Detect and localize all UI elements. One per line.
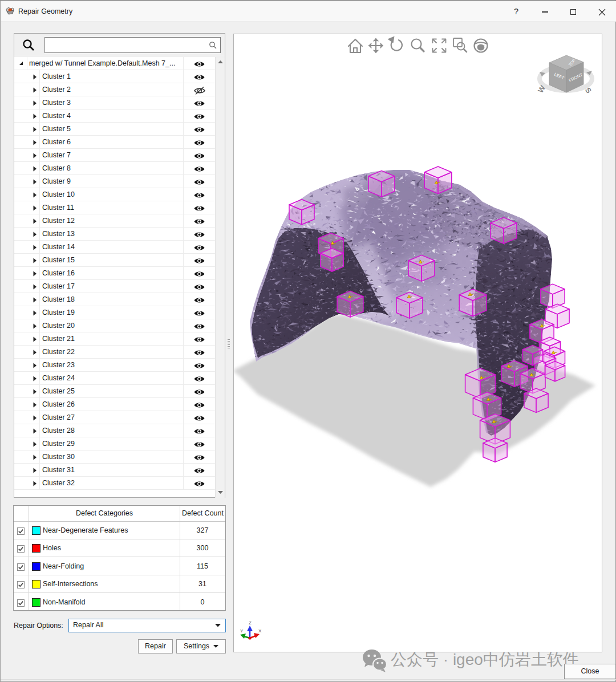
svg-text:Y: Y: [240, 628, 244, 634]
svg-text:Z: Z: [249, 620, 252, 626]
svg-text:X: X: [258, 628, 262, 634]
